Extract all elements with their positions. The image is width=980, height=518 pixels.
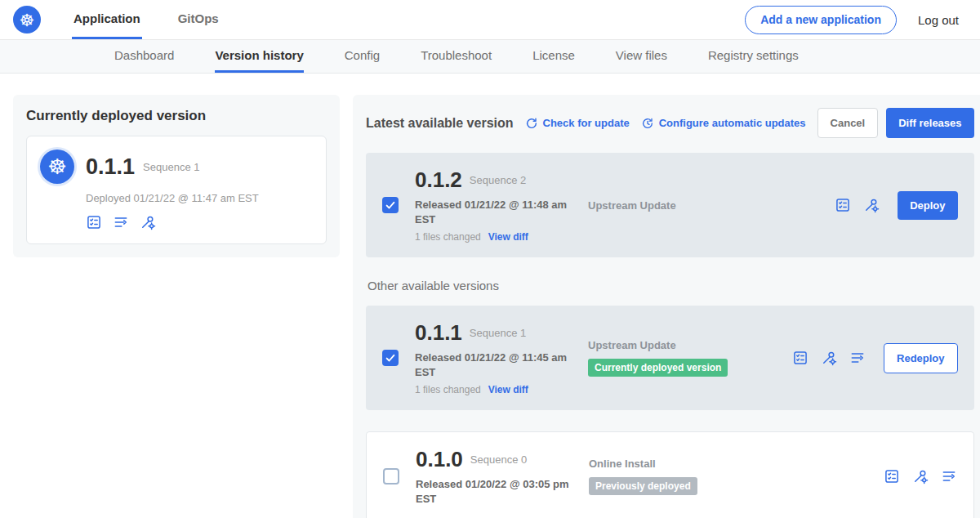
subnav-registry-settings[interactable]: Registry settings [708,40,799,73]
logo-wrap: ☸ [13,0,41,39]
subnav-troubleshoot[interactable]: Troubleshoot [421,40,492,73]
version-checkbox[interactable] [382,197,399,213]
diff-icon[interactable] [113,214,129,230]
released-timestamp: Released 01/21/22 @ 11:45 am EST [415,351,578,379]
top-right-actions: Add a new application Log out [745,0,980,39]
kubernetes-logo: ☸ [13,6,41,33]
diff-icon[interactable] [941,468,957,485]
version-number: 0.1.1 [415,320,462,346]
tab-gitops[interactable]: GitOps [176,0,220,39]
top-nav: ☸ Application GitOps Add a new applicati… [0,0,980,40]
deployed-timestamp: Deployed 01/21/22 @ 11:47 am EST [86,192,313,204]
source-label: Upstream Update [588,199,676,212]
version-source: Online Install Previously deployed [589,458,781,495]
add-application-button[interactable]: Add a new application [745,6,897,34]
diff-releases-button[interactable]: Diff releases [886,108,973,138]
release-notes-icon[interactable] [86,214,102,230]
diff-icon[interactable] [849,350,866,366]
kubernetes-wheel-icon: ☸ [47,156,66,177]
version-info: 0.1.1 Sequence 1 Released 01/21/22 @ 11:… [415,320,588,395]
main-content: Currently deployed version ☸ 0.1.1 Seque… [0,74,980,518]
version-row-0-1-0: 0.1.0 Sequence 0 Released 01/20/22 @ 03:… [366,431,974,518]
config-icon[interactable] [821,350,837,366]
subnav-view-files[interactable]: View files [616,40,667,73]
currently-deployed-panel: Currently deployed version ☸ 0.1.1 Seque… [13,95,340,257]
release-notes-icon[interactable] [835,197,851,213]
deployed-panel-title: Currently deployed version [26,108,327,124]
version-number: 0.1.2 [415,167,462,193]
latest-version-title: Latest available version [366,116,514,131]
previously-deployed-badge: Previously deployed [589,477,697,495]
config-icon[interactable] [140,214,156,230]
checkmark-icon [385,352,396,364]
latest-version-header: Latest available version Check for updat… [366,108,974,138]
kubernetes-wheel-icon: ☸ [20,11,35,29]
deployed-sequence-label: Sequence 1 [143,161,199,173]
subnav-dashboard[interactable]: Dashboard [114,40,174,73]
deployed-version-number: 0.1.1 [86,154,135,180]
version-history-panel: Latest available version Check for updat… [353,95,980,518]
check-for-update-label: Check for update [543,117,630,129]
version-actions [884,468,957,485]
version-number: 0.1.0 [416,447,463,472]
checkmark-icon [385,199,396,211]
configure-automatic-updates-link[interactable]: Configure automatic updates [641,117,806,130]
version-source: Upstream Update Currently deployed versi… [588,339,780,377]
config-icon[interactable] [912,468,929,485]
version-actions: Deploy [835,191,957,220]
deployed-action-icons [86,214,313,230]
header-actions: Cancel Diff releases [817,108,974,138]
view-diff-link[interactable]: View diff [488,384,528,395]
release-notes-icon[interactable] [884,468,900,485]
version-actions: Redeploy [792,343,958,373]
other-versions-label: Other available versions [368,279,974,292]
configure-automatic-updates-label: Configure automatic updates [659,117,806,129]
subnav-config[interactable]: Config [345,40,380,73]
version-checkbox[interactable] [382,350,399,366]
app-sub-nav: Dashboard Version history Config Trouble… [0,40,980,74]
view-diff-link[interactable]: View diff [488,231,528,243]
config-icon[interactable] [863,197,880,213]
deployed-version-card: ☸ 0.1.1 Sequence 1 Deployed 01/21/22 @ 1… [26,136,327,244]
sequence-label: Sequence 1 [470,327,526,339]
version-row-0-1-1: 0.1.1 Sequence 1 Released 01/21/22 @ 11:… [366,306,974,410]
deploy-button[interactable]: Deploy [898,191,957,220]
currently-deployed-badge: Currently deployed version [588,359,728,377]
version-row-0-1-2: 0.1.2 Sequence 2 Released 01/21/22 @ 11:… [366,153,974,257]
version-info: 0.1.0 Sequence 0 Released 01/20/22 @ 03:… [416,447,589,506]
files-changed-label: 1 files changed [415,231,481,243]
subnav-license[interactable]: License [532,40,575,73]
spacer [366,410,974,431]
released-timestamp: Released 01/21/22 @ 11:48 am EST [415,198,578,226]
sequence-label: Sequence 2 [470,174,526,186]
tab-application[interactable]: Application [72,0,142,39]
logout-link[interactable]: Log out [918,13,959,27]
top-nav-tabs: Application GitOps [72,0,220,39]
cancel-button[interactable]: Cancel [817,108,879,138]
source-label: Upstream Update [588,339,676,351]
source-label: Online Install [589,458,656,470]
redeploy-button[interactable]: Redeploy [884,343,958,373]
released-timestamp: Released 01/20/22 @ 03:05 pm EST [416,477,579,506]
refresh-icon [525,117,538,130]
version-info: 0.1.2 Sequence 2 Released 01/21/22 @ 11:… [415,167,588,243]
deployed-version-header: ☸ 0.1.1 Sequence 1 [40,150,313,184]
subnav-version-history[interactable]: Version history [215,40,303,73]
sequence-label: Sequence 0 [470,453,527,466]
release-notes-icon[interactable] [792,350,808,366]
check-for-update-link[interactable]: Check for update [525,117,630,130]
version-source: Upstream Update [588,199,780,212]
version-checkbox[interactable] [383,468,399,485]
app-icon: ☸ [40,150,74,184]
files-changed-label: 1 files changed [415,384,481,395]
schedule-update-icon [641,117,654,130]
